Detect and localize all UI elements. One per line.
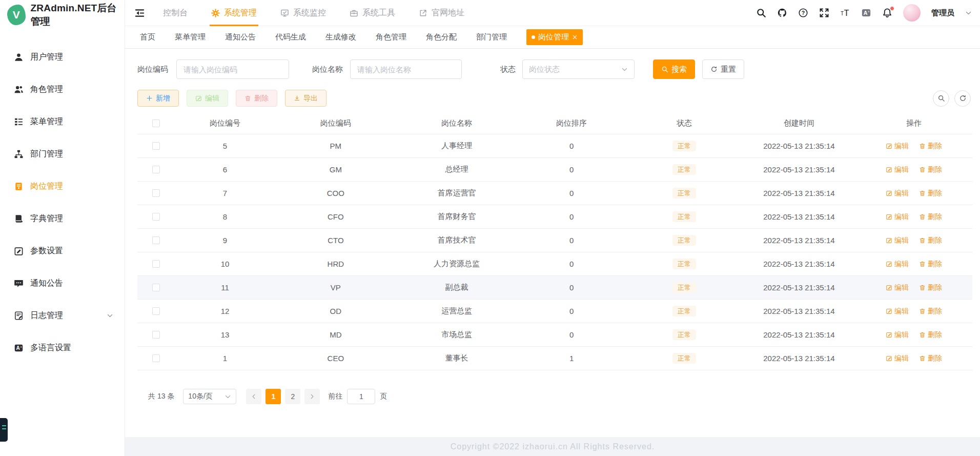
row-edit-link[interactable]: 编辑: [886, 212, 909, 222]
search-button[interactable]: 搜索: [653, 60, 695, 79]
row-delete-link[interactable]: 删除: [919, 330, 942, 340]
row-checkbox[interactable]: [152, 189, 160, 197]
tab-item[interactable]: 首页: [140, 32, 155, 42]
tab-item[interactable]: 菜单管理: [175, 32, 206, 42]
row-delete-link[interactable]: 删除: [919, 165, 942, 174]
tab-item[interactable]: 代码生成: [275, 32, 306, 42]
sidebar-menu: 用户管理角色管理菜单管理部门管理岗位管理字典管理参数设置通知公告日志管理Ax多语…: [0, 30, 125, 364]
edit-icon: [886, 261, 892, 267]
user-avatar[interactable]: [903, 4, 921, 22]
cell-id: 7: [175, 189, 275, 197]
row-delete-link[interactable]: 删除: [919, 189, 942, 198]
sidebar-item-params[interactable]: 参数设置: [0, 235, 125, 267]
delete-button[interactable]: 删除: [236, 90, 277, 107]
row-edit-link[interactable]: 编辑: [886, 236, 909, 245]
cell-name: 首席技术官: [396, 235, 517, 245]
tab-item[interactable]: 生成修改: [325, 32, 356, 42]
bell-icon[interactable]: [882, 8, 892, 18]
row-checkbox[interactable]: [152, 213, 160, 221]
row-edit-link[interactable]: 编辑: [886, 142, 909, 151]
search-button-label: 搜索: [671, 65, 687, 74]
sidebar-item-i18n[interactable]: Ax多语言设置: [0, 332, 125, 364]
row-checkbox[interactable]: [152, 260, 160, 268]
row-delete-link[interactable]: 删除: [919, 354, 942, 363]
console-drawer-handle[interactable]: [0, 418, 8, 442]
top-nav-item[interactable]: 官网地址: [407, 0, 476, 26]
post-code-input[interactable]: [176, 60, 289, 79]
row-edit-link[interactable]: 编辑: [886, 354, 909, 363]
row-checkbox-cell: [137, 307, 175, 315]
tab-item[interactable]: 角色分配: [426, 32, 457, 42]
row-edit-link[interactable]: 编辑: [886, 283, 909, 292]
row-delete-link[interactable]: 删除: [919, 283, 942, 292]
row-checkbox[interactable]: [152, 354, 160, 362]
row-edit-link[interactable]: 编辑: [886, 330, 909, 340]
app-logo[interactable]: V ZRAdmin.NET后台管理: [0, 0, 125, 30]
cell-sort: 0: [517, 212, 626, 221]
top-nav-item[interactable]: 系统监控: [269, 0, 338, 26]
font-size-icon[interactable]: TT: [840, 8, 850, 18]
collapse-menu-icon[interactable]: [134, 8, 145, 18]
page-number-1[interactable]: 1: [266, 389, 281, 404]
page-size-select[interactable]: 10条/页: [183, 389, 236, 404]
row-edit-link[interactable]: 编辑: [886, 189, 909, 198]
cell-code: HRD: [275, 260, 396, 268]
page-number-2[interactable]: 2: [285, 389, 300, 404]
reset-button-label: 重置: [721, 65, 736, 74]
tab-item[interactable]: 通知公告: [225, 32, 256, 42]
row-delete-link[interactable]: 删除: [919, 212, 942, 222]
top-nav-item[interactable]: 系统管理: [199, 0, 269, 26]
sidebar-item-notice[interactable]: 通知公告: [0, 267, 125, 300]
help-icon[interactable]: ?: [798, 8, 808, 18]
row-checkbox[interactable]: [152, 284, 160, 291]
tab-item[interactable]: 部门管理: [476, 32, 507, 42]
row-edit-link[interactable]: 编辑: [886, 260, 909, 269]
lang-icon[interactable]: Ax: [861, 8, 871, 18]
select-all-checkbox[interactable]: [152, 120, 160, 127]
row-checkbox[interactable]: [152, 307, 160, 315]
sidebar-item-roles[interactable]: 角色管理: [0, 73, 125, 106]
row-edit-label: 编辑: [894, 354, 909, 363]
toggle-search-button[interactable]: [933, 90, 949, 107]
goto-page-input[interactable]: [347, 389, 375, 404]
post-name-input[interactable]: [350, 60, 462, 79]
row-checkbox[interactable]: [152, 331, 160, 339]
username[interactable]: 管理员: [931, 8, 954, 18]
row-edit-link[interactable]: 编辑: [886, 307, 909, 316]
next-page-button[interactable]: [304, 389, 320, 404]
edit-button[interactable]: 编辑: [187, 90, 228, 107]
sidebar-item-post[interactable]: 岗位管理: [0, 170, 125, 203]
refresh-table-button[interactable]: [954, 90, 971, 107]
row-checkbox[interactable]: [152, 236, 160, 244]
column-header: 岗位排序: [517, 118, 626, 128]
row-delete-link[interactable]: 删除: [919, 142, 942, 151]
tab-item-active[interactable]: 岗位管理: [526, 29, 583, 45]
row-delete-link[interactable]: 删除: [919, 307, 942, 316]
top-nav-item[interactable]: 控制台: [151, 0, 199, 26]
search-form: 岗位编码 岗位名称 状态 岗位状态 搜索 重置: [137, 60, 972, 79]
row-delete-link[interactable]: 删除: [919, 260, 942, 269]
export-button[interactable]: 导出: [285, 90, 326, 107]
close-icon[interactable]: [572, 34, 578, 40]
status-badge: 正常: [672, 259, 696, 269]
top-nav-item[interactable]: 系统工具: [338, 0, 407, 26]
fullscreen-icon[interactable]: [819, 8, 829, 18]
sidebar-item-dict[interactable]: 字典管理: [0, 203, 125, 235]
sidebar-item-dept[interactable]: 部门管理: [0, 138, 125, 170]
reset-button[interactable]: 重置: [702, 60, 744, 79]
search-icon[interactable]: [756, 8, 766, 18]
status-select[interactable]: 岗位状态: [522, 60, 635, 79]
prev-page-button[interactable]: [246, 389, 261, 404]
row-delete-link[interactable]: 删除: [919, 236, 942, 245]
sidebar-item-menu[interactable]: 菜单管理: [0, 106, 125, 138]
sidebar-item-log[interactable]: 日志管理: [0, 300, 125, 332]
tab-item[interactable]: 角色管理: [376, 32, 406, 42]
sidebar-item-user[interactable]: 用户管理: [0, 41, 125, 73]
row-edit-link[interactable]: 编辑: [886, 165, 909, 174]
cell-name: 市场总监: [396, 330, 517, 340]
row-checkbox[interactable]: [152, 142, 160, 150]
row-checkbox[interactable]: [152, 166, 160, 173]
github-icon[interactable]: [777, 8, 787, 18]
status-badge: 正常: [672, 235, 696, 246]
add-button[interactable]: 新增: [137, 90, 179, 107]
